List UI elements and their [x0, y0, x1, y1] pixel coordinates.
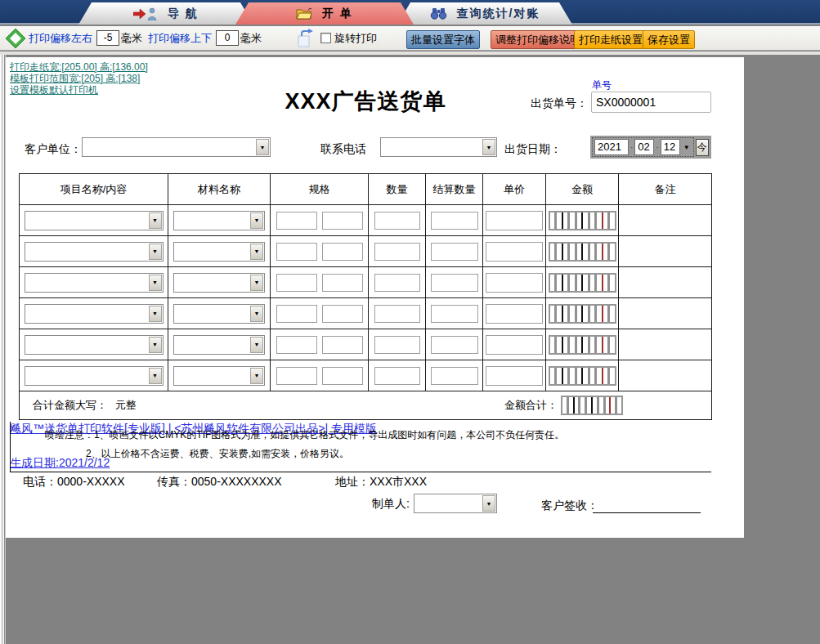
material-combo[interactable]: ▼ [173, 366, 265, 386]
spec-width-input[interactable] [276, 305, 317, 323]
unit-price-input[interactable] [486, 273, 543, 293]
spec-height-input[interactable] [322, 274, 363, 292]
quantity-input[interactable] [374, 212, 420, 230]
chevron-down-icon[interactable]: ▼ [250, 275, 263, 291]
material-combo[interactable]: ▼ [173, 304, 265, 324]
unit-price-input[interactable] [486, 304, 543, 324]
material-combo[interactable]: ▼ [173, 273, 265, 293]
delivery-note-document: 打印走纸宽:[205.00] 高:[136.00] 模板打印范围宽:[205] … [6, 57, 744, 538]
chevron-down-icon[interactable]: ▼ [250, 244, 263, 260]
material-combo[interactable]: ▼ [173, 211, 265, 230]
unit-price-input[interactable] [486, 366, 543, 386]
chevron-down-icon[interactable]: ▼ [149, 275, 162, 291]
date-year-segment[interactable]: 2021 [594, 139, 629, 155]
print-note-2: 2、以上价格不含运费、税费、安装费,如需安装，价格另议。 [86, 447, 349, 461]
header-item-name: 项目名称/内容 [20, 174, 168, 205]
tab-query-stats[interactable]: 查询统计/对账 [397, 2, 572, 25]
generated-date-link[interactable]: 生成日期:2021/2/12 [10, 456, 110, 471]
contact-phone-combo[interactable]: ▼ [380, 137, 497, 157]
remark-cell[interactable] [619, 205, 711, 236]
tab-create-order[interactable]: 开 单 [235, 2, 414, 25]
table-row: ▼ ▼ [20, 236, 711, 267]
quantity-input[interactable] [374, 243, 420, 261]
chevron-down-icon[interactable]: ▼ [250, 337, 263, 353]
item-name-combo[interactable]: ▼ [25, 366, 164, 386]
customer-label: 客户单位： [25, 142, 82, 157]
left-splitter[interactable] [0, 55, 6, 644]
chevron-down-icon[interactable]: ▼ [256, 139, 269, 155]
remark-cell[interactable] [619, 236, 711, 267]
today-button[interactable]: 今 [696, 139, 709, 156]
spec-width-input[interactable] [276, 367, 317, 385]
remark-cell[interactable] [619, 360, 711, 391]
tab-navigation[interactable]: 导 航 [78, 2, 253, 25]
material-combo[interactable]: ▼ [173, 242, 265, 262]
batch-font-button[interactable]: 批量设置字体 [406, 30, 480, 49]
chevron-down-icon[interactable]: ▼ [250, 212, 263, 229]
date-day-segment[interactable]: 12 [661, 139, 680, 155]
item-name-combo[interactable]: ▼ [25, 273, 164, 293]
spec-height-input[interactable] [322, 243, 363, 261]
ship-date-picker[interactable]: 2021 · 02 · 12 ▼ 今 [590, 136, 711, 159]
date-month-segment[interactable]: 02 [634, 139, 654, 155]
table-row: ▼ ▼ [20, 205, 711, 236]
default-printer-link[interactable]: 设置模板默认打印机 [10, 83, 98, 97]
unit-price-input[interactable] [486, 335, 543, 355]
quantity-input[interactable] [374, 274, 420, 292]
chevron-down-icon[interactable]: ▼ [250, 368, 263, 384]
ship-date-label: 出货日期： [504, 142, 562, 157]
chevron-down-icon[interactable]: ▼ [149, 212, 162, 229]
order-number-input[interactable]: SX0000001 [591, 92, 711, 113]
chevron-down-icon[interactable]: ▼ [149, 244, 162, 260]
table-row: ▼ ▼ [20, 360, 711, 391]
quantity-input[interactable] [374, 336, 420, 354]
material-combo[interactable]: ▼ [173, 335, 265, 355]
remark-cell[interactable] [619, 267, 711, 298]
chevron-down-icon[interactable]: ▼ [149, 368, 162, 384]
maker-combo[interactable]: ▼ [414, 494, 497, 513]
spec-width-input[interactable] [276, 212, 317, 230]
settle-qty-input[interactable] [431, 336, 478, 354]
unit-price-input[interactable] [486, 242, 543, 262]
offset-horizontal-input[interactable]: -5 [96, 30, 119, 46]
item-name-combo[interactable]: ▼ [25, 242, 164, 262]
adjust-offset-help-button[interactable]: 调整打印偏移说明 [491, 30, 585, 49]
item-name-combo[interactable]: ▼ [25, 335, 164, 355]
item-name-combo[interactable]: ▼ [25, 304, 164, 324]
paper-feed-settings-button[interactable]: 打印走纸设置 [574, 30, 647, 49]
chevron-down-icon[interactable]: ▼ [149, 337, 162, 353]
chevron-down-icon[interactable]: ▼ [482, 495, 495, 512]
table-total-row: 合计金额大写： 元整 金额合计： [20, 391, 711, 419]
settle-qty-input[interactable] [431, 305, 478, 323]
spec-height-input[interactable] [322, 305, 363, 323]
remark-cell[interactable] [619, 298, 711, 329]
settle-qty-input[interactable] [431, 243, 478, 261]
rotate-print-checkbox[interactable] [320, 33, 331, 43]
spec-height-input[interactable] [322, 336, 363, 354]
amount-stripes [549, 335, 616, 355]
customer-combo[interactable]: ▼ [82, 137, 271, 157]
chevron-down-icon[interactable]: ▼ [149, 306, 162, 322]
tab-create-order-label: 开 单 [322, 7, 353, 21]
save-settings-button[interactable]: 保存设置 [643, 30, 695, 49]
settle-qty-input[interactable] [431, 367, 478, 385]
date-dropdown-icon[interactable]: ▼ [683, 144, 690, 151]
quantity-input[interactable] [374, 305, 420, 323]
spec-height-input[interactable] [322, 367, 363, 385]
toolbar: 打印偏移左右 -5 毫米 打印偏移上下 0 毫米 旋转打印 批量设置字体 调整打… [0, 26, 820, 51]
offset-vertical-label: 打印偏移上下 [148, 31, 212, 46]
settle-qty-input[interactable] [431, 274, 478, 292]
chevron-down-icon[interactable]: ▼ [482, 139, 495, 155]
settle-qty-input[interactable] [431, 212, 478, 230]
spec-width-input[interactable] [276, 336, 317, 354]
chevron-down-icon[interactable]: ▼ [250, 306, 263, 322]
item-name-combo[interactable]: ▼ [25, 211, 164, 230]
spec-height-input[interactable] [322, 212, 363, 230]
unit-price-input[interactable] [486, 211, 543, 230]
spec-width-input[interactable] [276, 243, 317, 261]
quantity-input[interactable] [374, 367, 420, 385]
spec-width-input[interactable] [276, 274, 317, 292]
header-amount: 金额 [546, 174, 619, 205]
remark-cell[interactable] [619, 329, 711, 360]
offset-vertical-input[interactable]: 0 [216, 30, 239, 46]
